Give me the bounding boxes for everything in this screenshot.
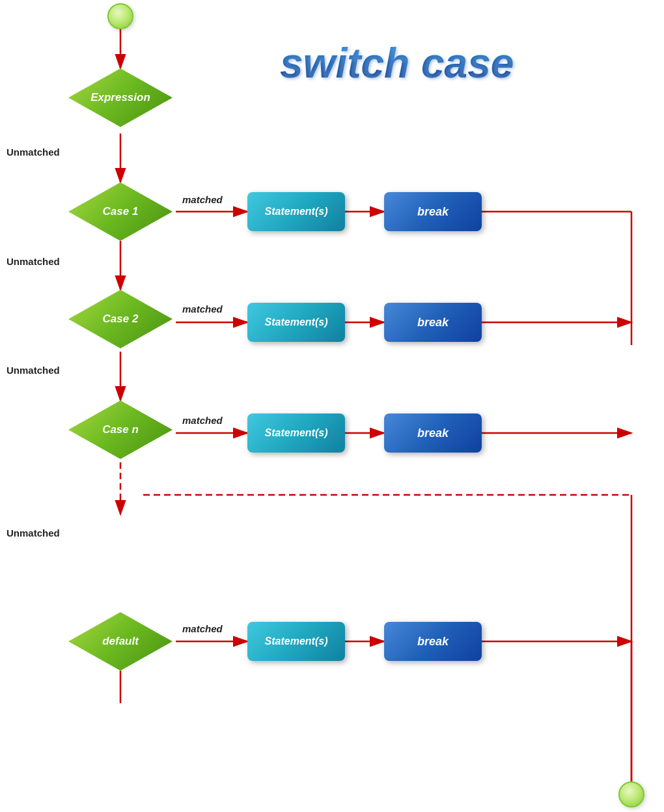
unmatched-label-2: Unmatched: [7, 256, 60, 267]
matched-label-default: matched: [182, 623, 223, 634]
matched-label-3: matched: [182, 415, 223, 426]
casen-diamond: Case n: [68, 400, 173, 459]
default-diamond: default: [68, 612, 173, 671]
expression-diamond: Expression: [68, 68, 173, 127]
break-box-2: break: [384, 303, 482, 342]
case2-diamond: Case 2: [68, 290, 173, 348]
start-node: [107, 3, 133, 29]
unmatched-label-1: Unmatched: [7, 147, 60, 158]
statement-box-2: Statement(s): [247, 303, 345, 342]
statement-box-n: Statement(s): [247, 413, 345, 453]
unmatched-label-4: Unmatched: [7, 527, 60, 539]
end-node: [618, 781, 644, 807]
statement-box-default: Statement(s): [247, 622, 345, 661]
diagram-container: switch case: [0, 0, 664, 812]
unmatched-label-3: Unmatched: [7, 365, 60, 376]
case1-diamond: Case 1: [68, 182, 173, 241]
page-title: switch case: [280, 39, 514, 87]
break-box-1: break: [384, 192, 482, 231]
statement-box-1: Statement(s): [247, 192, 345, 231]
break-box-default: break: [384, 622, 482, 661]
matched-label-1: matched: [182, 194, 223, 205]
matched-label-2: matched: [182, 303, 223, 315]
break-box-n: break: [384, 413, 482, 453]
